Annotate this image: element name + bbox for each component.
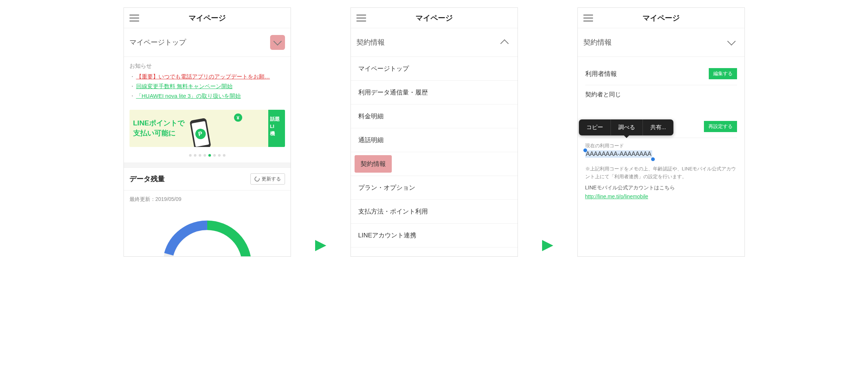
page-title: マイページ xyxy=(583,13,739,23)
yen-badge-icon: ¥ xyxy=(234,113,242,122)
collapse-button[interactable] xyxy=(497,35,512,50)
data-header: データ残量 更新する xyxy=(124,168,291,190)
nav-menu: マイページトップ 利用データ通信量・履歴 料金明細 通話明細 契約情報 プラン・… xyxy=(351,57,518,247)
data-remaining-title: データ残量 xyxy=(129,174,165,184)
reset-button[interactable]: 再設定する xyxy=(704,121,737,132)
screen-1-mypage-top: マイページ マイページトップ お知らせ 【重要】いつでも電話アプリのアップデート… xyxy=(124,7,291,257)
menu-item-contract-wrap: 契約情報 xyxy=(351,152,518,176)
selection-handle-end[interactable] xyxy=(651,157,655,161)
section-label: 契約情報 xyxy=(356,38,385,47)
menu-item-plan[interactable]: プラン・オプション xyxy=(351,176,518,200)
user-info-value: 契約者と同じ xyxy=(585,85,737,110)
selection-handle-start[interactable] xyxy=(583,148,587,152)
usage-code-value[interactable]: AAAAAAAA-AAAAAAAA xyxy=(585,150,652,158)
header: マイページ xyxy=(578,8,744,28)
banner-main: LINEポイントで支払い可能に ¥ P xyxy=(129,110,268,147)
notice-item[interactable]: 【重要】いつでも電話アプリのアップデートをお願… xyxy=(129,73,285,80)
expand-button[interactable] xyxy=(724,35,739,50)
expand-button[interactable] xyxy=(270,35,285,50)
usage-code-section: 利用コード 再設定する コピー 調べる 共有... 現在の利用コード AAAAA… xyxy=(578,115,744,200)
chevron-up-icon xyxy=(500,39,509,48)
page-title: マイページ xyxy=(356,13,512,23)
refresh-icon xyxy=(253,175,260,182)
menu-item-mypage-top[interactable]: マイページトップ xyxy=(351,57,518,81)
menu-item-payment[interactable]: 支払方法・ポイント利用 xyxy=(351,200,518,224)
edit-button[interactable]: 編集する xyxy=(709,68,737,79)
notice-section: お知らせ 【重要】いつでも電話アプリのアップデートをお願… 回線変更手数料 無料… xyxy=(124,57,291,108)
context-copy[interactable]: コピー xyxy=(579,119,611,135)
notice-item[interactable]: 「HUAWEI nova lite 3」の取り扱いを開始 xyxy=(129,93,285,100)
chevron-down-icon xyxy=(727,37,736,46)
current-code-label: 現在の利用コード xyxy=(585,138,737,149)
menu-item-contract[interactable]: 契約情報 xyxy=(355,155,392,173)
official-account-label: LINEモバイル公式アカウントはこちら xyxy=(585,185,737,193)
user-info-section: 利用者情報 編集する 契約者と同じ xyxy=(578,57,744,115)
promo-banner[interactable]: LINEポイントで支払い可能に ¥ P 話題LI機 xyxy=(129,110,285,147)
usage-code-note: ※上記利用コードをメモの上、年齢認証や、LINEモバイル公式アカウント上にて「利… xyxy=(585,158,737,185)
official-account-link[interactable]: http://line.me.ti/p/linemobile xyxy=(585,193,648,199)
refresh-button[interactable]: 更新する xyxy=(250,173,285,185)
page-title: マイページ xyxy=(129,13,285,23)
menu-item-data-usage[interactable]: 利用データ通信量・履歴 xyxy=(351,81,518,105)
banner-phone-graphic: P xyxy=(186,112,209,145)
carousel-dots[interactable] xyxy=(124,147,291,163)
flow-arrow-icon xyxy=(313,238,328,254)
context-lookup[interactable]: 調べる xyxy=(611,119,643,135)
section-divider xyxy=(124,163,291,168)
header: マイページ xyxy=(351,8,518,28)
svg-marker-2 xyxy=(542,240,553,251)
user-info-label: 利用者情報 xyxy=(585,70,617,78)
banner-text: LINEポイントで支払い可能に xyxy=(133,118,185,138)
section-label: 契約情報 xyxy=(583,38,612,47)
data-donut-chart: データ残量 xyxy=(124,208,291,257)
svg-marker-1 xyxy=(315,240,326,251)
screen-3-contract-info: マイページ 契約情報 利用者情報 編集する 契約者と同じ 利用コード 再設定する… xyxy=(577,7,745,257)
notice-list: 【重要】いつでも電話アプリのアップデートをお願… 回線変更手数料 無料キャンペー… xyxy=(129,73,285,100)
notice-heading: お知らせ xyxy=(129,63,285,70)
section-header[interactable]: 契約情報 xyxy=(578,28,744,57)
section-header[interactable]: マイページトップ xyxy=(124,28,291,57)
header: マイページ xyxy=(124,8,291,28)
banner-side: 話題LI機 xyxy=(268,110,285,147)
section-label: マイページトップ xyxy=(129,38,186,47)
last-update: 最終更新：2019/05/09 xyxy=(124,190,291,208)
user-info-row: 利用者情報 編集する xyxy=(585,63,737,85)
context-share[interactable]: 共有... xyxy=(643,119,674,135)
menu-item-billing[interactable]: 料金明細 xyxy=(351,105,518,128)
point-icon: P xyxy=(194,128,206,140)
section-header[interactable]: 契約情報 xyxy=(351,28,518,57)
menu-item-line-link[interactable]: LINEアカウント連携 xyxy=(351,224,518,247)
flow-arrow-icon xyxy=(540,238,555,254)
text-selection-context-menu: コピー 調べる 共有... xyxy=(579,119,674,135)
screen-2-menu: マイページ 契約情報 マイページトップ 利用データ通信量・履歴 料金明細 通話明… xyxy=(350,7,518,257)
menu-item-call-detail[interactable]: 通話明細 xyxy=(351,128,518,152)
notice-item[interactable]: 回線変更手数料 無料キャンペーン開始 xyxy=(129,83,285,90)
chevron-down-icon xyxy=(273,37,282,46)
